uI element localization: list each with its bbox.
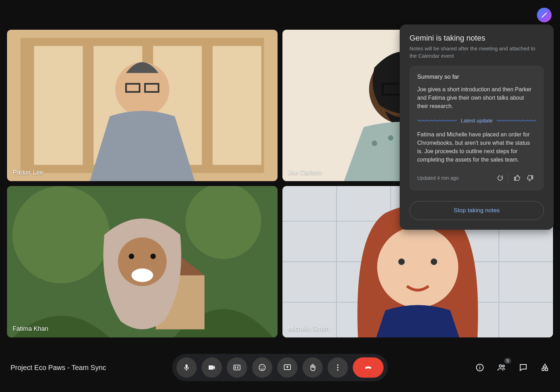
closed-captions-icon: [233, 363, 241, 372]
participant-name-label: Fatima Khan: [13, 325, 48, 333]
svg-point-46: [337, 367, 338, 368]
stop-taking-notes-button[interactable]: Stop taking notes: [410, 201, 544, 220]
camera-icon: [208, 363, 216, 372]
participant-video: [7, 186, 278, 337]
svg-rect-40: [234, 365, 240, 370]
svg-rect-5: [212, 46, 261, 165]
thumbs-down-button[interactable]: [524, 172, 536, 184]
participant-tile-parker[interactable]: Parker Lee: [7, 30, 278, 181]
svg-point-20: [12, 186, 110, 283]
updated-timestamp: Updated 4 min ago: [417, 175, 494, 181]
svg-point-47: [337, 369, 338, 371]
people-icon: [497, 363, 506, 372]
captions-button[interactable]: [227, 357, 247, 378]
call-toolbar: [172, 354, 388, 381]
svg-point-37: [377, 227, 458, 308]
refresh-button[interactable]: [494, 172, 506, 184]
chat-button[interactable]: [517, 362, 529, 373]
svg-point-28: [150, 254, 156, 259]
raise-hand-icon: [308, 363, 317, 372]
hangup-icon: [364, 363, 372, 372]
present-screen-icon: [283, 363, 292, 372]
refresh-icon: [497, 174, 504, 181]
wavy-divider: [417, 120, 457, 122]
summary-heading: Summary so far: [417, 73, 536, 80]
svg-point-52: [503, 365, 504, 367]
participant-name-label: Michelle Smith: [288, 325, 329, 333]
more-options-button[interactable]: [328, 357, 348, 378]
participant-name-label: Joe Carlson: [288, 169, 322, 176]
shapes-icon: [540, 363, 550, 372]
notes-panel-title: Gemini is taking notes: [410, 34, 544, 43]
svg-point-50: [479, 365, 481, 366]
latest-update-text: Fatima and Michelle have placed an order…: [417, 130, 536, 164]
svg-point-43: [263, 366, 264, 367]
svg-point-54: [542, 368, 544, 371]
participant-name-label: Parker Lee: [13, 169, 43, 176]
thumbs-up-icon: [514, 174, 521, 181]
activities-button[interactable]: [539, 362, 551, 373]
pencil-sparkle-icon: [541, 12, 548, 19]
meeting-info-button[interactable]: [474, 362, 486, 373]
info-icon: [475, 363, 484, 372]
people-button[interactable]: 5: [496, 362, 507, 373]
camera-button[interactable]: [202, 357, 222, 378]
emoji-icon: [258, 363, 266, 372]
svg-point-51: [499, 365, 502, 367]
svg-point-39: [431, 258, 438, 265]
gemini-notes-panel: Gemini is taking notes Notes will be sha…: [400, 24, 554, 230]
svg-rect-2: [34, 46, 83, 165]
svg-point-14: [372, 141, 377, 146]
notes-panel-subtitle: Notes will be shared after the meeting a…: [410, 45, 544, 59]
svg-point-27: [129, 254, 134, 259]
chat-icon: [519, 363, 528, 372]
participant-tile-fatima[interactable]: Fatima Khan: [7, 186, 278, 337]
svg-marker-53: [543, 364, 547, 367]
present-button[interactable]: [277, 357, 298, 378]
svg-point-21: [186, 186, 261, 259]
emoji-button[interactable]: [252, 357, 272, 378]
thumbs-down-icon: [526, 174, 533, 181]
participant-count-badge: 5: [504, 358, 511, 364]
svg-point-45: [337, 364, 338, 366]
latest-update-divider: Latest update: [417, 117, 536, 123]
mic-button[interactable]: [176, 357, 197, 378]
svg-point-41: [259, 364, 265, 371]
summary-card: Summary so far Joe gives a short introdu…: [410, 66, 544, 191]
svg-point-15: [388, 135, 393, 141]
more-vertical-icon: [334, 363, 342, 372]
svg-point-26: [132, 269, 153, 282]
leave-call-button[interactable]: [353, 357, 384, 378]
wavy-divider: [497, 120, 536, 122]
latest-update-label: Latest update: [461, 117, 493, 123]
separator: [508, 173, 508, 183]
raise-hand-button[interactable]: [302, 357, 323, 378]
svg-point-42: [261, 366, 261, 367]
microphone-icon: [182, 363, 191, 372]
participant-video: [7, 30, 278, 181]
thumbs-up-button[interactable]: [511, 172, 524, 184]
summary-text: Joe gives a short introduction and then …: [417, 85, 536, 111]
gemini-fab[interactable]: [537, 8, 552, 22]
bottom-bar: Project Eco Paws - Team Sync: [0, 355, 560, 380]
right-controls: 5: [474, 362, 551, 373]
meeting-title: Project Eco Paws - Team Sync: [10, 364, 106, 372]
svg-point-38: [398, 258, 405, 265]
svg-rect-55: [545, 368, 548, 371]
